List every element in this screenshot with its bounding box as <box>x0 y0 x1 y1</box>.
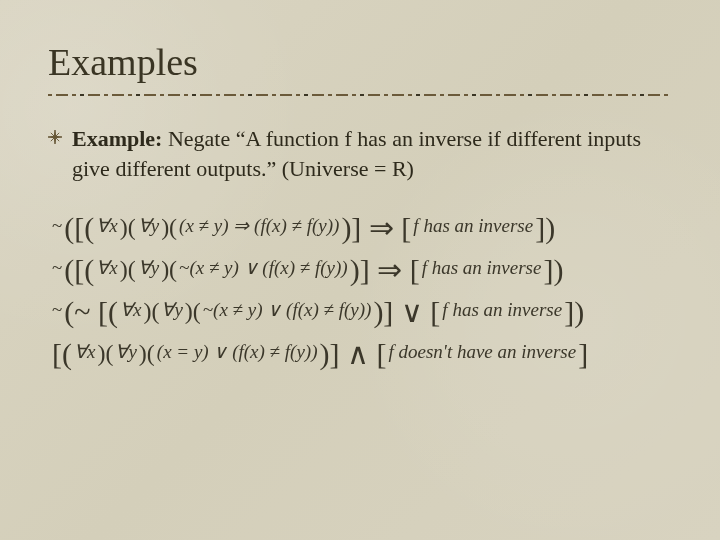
math-line-4: [( ∀x )( ∀y )( (x = y) ∨ (f(x) ≠ f(y)) )… <box>52 331 672 373</box>
math-line-3: ~ (~ [( ∀x )( ∀y )( ~(x ≠ y) ∨ (f(x) ≠ f… <box>52 289 672 331</box>
star-bullet-icon <box>48 130 62 144</box>
conclusion: f doesn't have an inverse <box>388 331 576 373</box>
inner-expr: (x ≠ y) ⇒ (f(x) ≠ f(y)) <box>179 205 339 247</box>
conclusion: f has an inverse <box>442 289 562 331</box>
forall-y: ∀y <box>138 247 159 289</box>
page-title: Examples <box>48 40 672 84</box>
slide-content: Examples Example: Negate “A function f h… <box>0 0 720 373</box>
forall-x: ∀x <box>96 205 117 247</box>
neg: ~ <box>52 205 62 247</box>
forall-x: ∀x <box>96 247 117 289</box>
neg: ~ <box>52 289 62 331</box>
inner-expr: (x = y) ∨ (f(x) ≠ f(y)) <box>157 331 318 373</box>
forall-x: ∀x <box>74 331 95 373</box>
conclusion: f has an inverse <box>422 247 542 289</box>
neg: ~ <box>52 247 62 289</box>
bullet-row: Example: Negate “A function f has an inv… <box>48 124 672 183</box>
conclusion: f has an inverse <box>413 205 533 247</box>
example-prompt: Example: Negate “A function f has an inv… <box>72 124 672 183</box>
math-line-2: ~ ([( ∀x )( ∀y )( ~(x ≠ y) ∨ (f(x) ≠ f(y… <box>52 247 672 289</box>
forall-x: ∀x <box>120 289 141 331</box>
inner-expr: ~(x ≠ y) ∨ (f(x) ≠ f(y)) <box>203 289 372 331</box>
inner-expr: ~(x ≠ y) ∨ (f(x) ≠ f(y)) <box>179 247 348 289</box>
forall-y: ∀y <box>138 205 159 247</box>
math-derivation: ~ ([( ∀x )( ∀y )( (x ≠ y) ⇒ (f(x) ≠ f(y)… <box>48 205 672 372</box>
example-label: Example: <box>72 126 162 151</box>
math-line-1: ~ ([( ∀x )( ∀y )( (x ≠ y) ⇒ (f(x) ≠ f(y)… <box>52 205 672 247</box>
forall-y: ∀y <box>115 331 136 373</box>
title-divider <box>48 94 672 96</box>
forall-y: ∀y <box>161 289 182 331</box>
